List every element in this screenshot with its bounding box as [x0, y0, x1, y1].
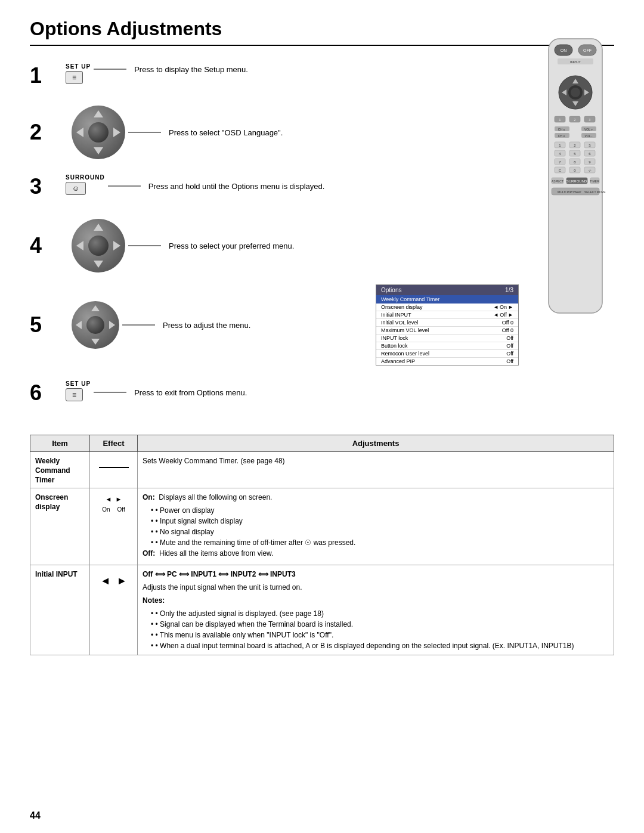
- table-row-onscreen: Onscreendisplay ◄ ► On Off: [30, 488, 614, 565]
- svg-text:1: 1: [559, 118, 561, 122]
- adjustments-table: Item Effect Adjustments WeeklyCommandTim…: [30, 435, 614, 655]
- step-3-row: 3 SURROUND ☺ Press and hold until the Op…: [30, 171, 519, 207]
- svg-text:SELECT MOVE: SELECT MOVE: [584, 190, 606, 194]
- table-header-adjustments: Adjustments: [138, 435, 614, 452]
- setup-icon-2: ≡: [72, 391, 76, 399]
- svg-text:2: 2: [574, 118, 576, 122]
- remote-control-image: ON OFF INPUT 1 2 3 CH ∧: [537, 36, 614, 322]
- connector-line-3: [108, 180, 144, 192]
- svg-text:SURROUND: SURROUND: [566, 179, 587, 183]
- surround-icon: ☺: [72, 184, 79, 193]
- step-3-btn-label: SURROUND: [66, 174, 105, 181]
- item-initial-input-label: Initial INPUT: [35, 570, 78, 578]
- options-row-input-lock: INPUT lock Off: [376, 335, 518, 342]
- step-5-text: Press to adjust the menu.: [163, 321, 250, 330]
- on-label: On: [102, 506, 110, 513]
- step-6-text: Press to exit from Options menu.: [134, 388, 247, 397]
- svg-point-13: [571, 88, 580, 97]
- step-4-dpad: [72, 219, 125, 272]
- options-row-weekly: Weekly Command Timer: [376, 295, 518, 304]
- options-row-pip: Advanced PIP Off: [376, 358, 518, 365]
- right-arrow-initial: ►: [117, 575, 128, 587]
- step-4-row: 4 Press to select your preferred menu.: [30, 219, 519, 272]
- svg-text:VOL +: VOL +: [584, 128, 593, 131]
- left-arrow-icon: ◄: [106, 496, 112, 503]
- item-onscreen-label: Onscreendisplay: [35, 493, 68, 511]
- table-header-effect: Effect: [90, 435, 138, 452]
- step-3-number: 3: [30, 174, 54, 199]
- table-header-item: Item: [30, 435, 90, 452]
- svg-text:MULTI PIP: MULTI PIP: [558, 190, 572, 194]
- step-2-dpad: [72, 106, 125, 159]
- svg-text:SWAP: SWAP: [572, 190, 581, 194]
- step-6-row: 6 SET UP ≡ Press to exit from Options me…: [30, 377, 519, 413]
- step-5-row: 5 Press to adjust the menu.: [30, 284, 519, 366]
- step-1-text: Press to display the Setup menu.: [134, 65, 248, 74]
- svg-text:CH ∨: CH ∨: [558, 134, 566, 138]
- adj-weekly: Sets Weekly Command Timer. (see page 48): [138, 452, 614, 488]
- step-6-btn-label: SET UP: [66, 380, 91, 387]
- options-title: Options: [381, 287, 401, 293]
- options-row-remocon: Remocon User level Off: [376, 350, 518, 358]
- step-1-row: 1 SET UP ≡ Press to display the Setup me…: [30, 60, 519, 96]
- setup-icon: ≡: [72, 73, 76, 82]
- step-4-number: 4: [30, 233, 54, 258]
- step-4-text: Press to select your preferred menu.: [169, 241, 294, 250]
- step-3-text: Press and hold until the Options menu is…: [148, 182, 325, 191]
- table-row-initial-input: Initial INPUT ◄ ► Off ⟺ PC ⟺ INPUT1 ⟺ IN…: [30, 565, 614, 655]
- connector-line-4: [128, 240, 164, 252]
- effect-onscreen: ◄ ► On Off: [90, 488, 138, 565]
- step-5-dpad: [72, 301, 119, 349]
- options-row-button-lock: Button lock Off: [376, 342, 518, 350]
- page-number: 44: [30, 810, 41, 821]
- item-weekly-label: WeeklyCommandTimer: [35, 457, 70, 484]
- svg-text:ON: ON: [561, 48, 567, 52]
- options-row-onscreen: Onscreen display ◄ On ►: [376, 304, 518, 311]
- connector-line-1: [94, 63, 129, 75]
- svg-text:INPUT: INPUT: [570, 60, 581, 64]
- connector-line-6: [94, 386, 129, 398]
- options-row-max-vol: Maximum VOL level Off 0: [376, 327, 518, 335]
- options-menu-panel: Options 1/3 Weekly Command Timer Onscree…: [376, 284, 519, 366]
- step-5-number: 5: [30, 312, 54, 337]
- page-title: Options Adjustments: [30, 18, 614, 46]
- connector-line-5: [122, 319, 158, 331]
- adj-initial-input: Off ⟺ PC ⟺ INPUT1 ⟺ INPUT2 ⟺ INPUT3 Adju…: [138, 565, 614, 655]
- step-6-number: 6: [30, 380, 54, 405]
- options-row-vol-level: Initial VOL level Off 0: [376, 319, 518, 327]
- step-2-row: 2 Press to select "OSD Language".: [30, 106, 519, 159]
- step-1-number: 1: [30, 63, 54, 88]
- svg-text:3: 3: [589, 118, 591, 122]
- adj-onscreen: On: Displays all the following on screen…: [138, 488, 614, 565]
- svg-text:CH ∧: CH ∧: [558, 128, 566, 131]
- options-menu-header: Options 1/3: [376, 285, 518, 295]
- effect-weekly: [90, 452, 138, 488]
- left-arrow-initial: ◄: [100, 575, 111, 587]
- connector-line-2: [128, 126, 164, 138]
- options-row-initial-input: Initial INPUT ◄ Off ►: [376, 311, 518, 319]
- options-page: 1/3: [505, 287, 513, 293]
- svg-text:OFF: OFF: [583, 48, 592, 52]
- svg-text:-/-: -/-: [588, 169, 592, 172]
- off-label: Off: [117, 506, 125, 513]
- svg-text:ASPECT: ASPECT: [552, 179, 564, 183]
- right-arrow-icon: ►: [116, 496, 122, 503]
- svg-text:TIMER: TIMER: [590, 179, 599, 183]
- step-2-number: 2: [30, 120, 54, 145]
- step-2-text: Press to select "OSD Language".: [169, 128, 283, 137]
- table-row-weekly: WeeklyCommandTimer Sets Weekly Command T…: [30, 452, 614, 488]
- step-1-btn-label: SET UP: [66, 63, 91, 70]
- svg-text:VOL -: VOL -: [585, 134, 593, 138]
- svg-text:C: C: [559, 169, 562, 172]
- effect-initial-input: ◄ ►: [90, 565, 138, 655]
